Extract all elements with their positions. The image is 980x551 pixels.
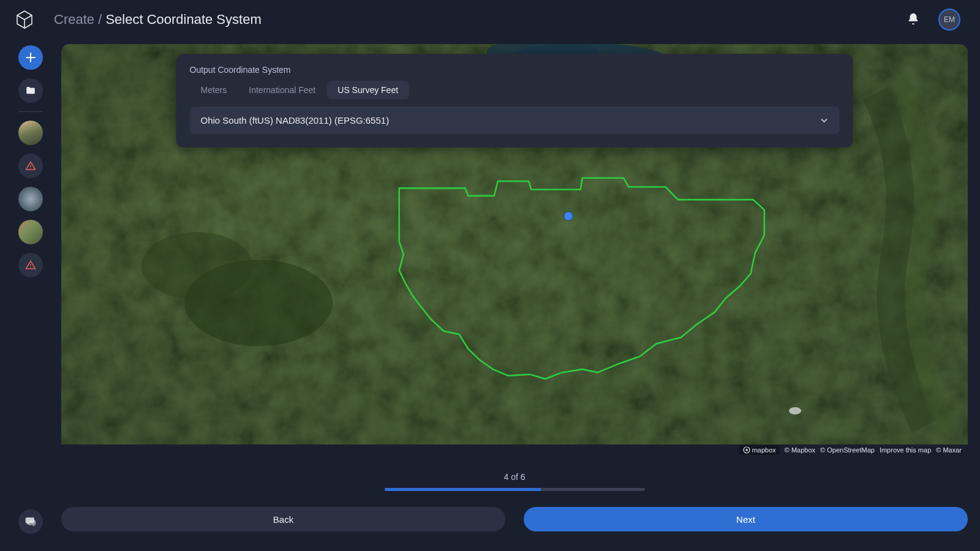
- map-canvas[interactable]: Output Coordinate System Meters Internat…: [61, 44, 968, 459]
- attr-improve[interactable]: Improve this map: [880, 446, 931, 454]
- project-warning-1[interactable]: [18, 154, 43, 178]
- svg-point-3: [30, 168, 31, 169]
- notifications-bell-icon[interactable]: [907, 12, 921, 27]
- map-attribution: mapbox © Mapbox © OpenStreetMap Improve …: [739, 445, 962, 455]
- select-value: Ohio South (ftUS) NAD83(2011) (EPSG:6551…: [201, 115, 390, 126]
- project-warning-2[interactable]: [18, 253, 43, 277]
- project-thumb-3[interactable]: [18, 220, 43, 244]
- add-button[interactable]: [18, 45, 43, 70]
- chevron-down-icon: [820, 116, 829, 125]
- tab-us-survey-feet[interactable]: US Survey Feet: [326, 81, 409, 99]
- app-logo-icon[interactable]: [12, 7, 37, 32]
- svg-point-5: [30, 267, 31, 268]
- step-indicator: 4 of 6: [503, 472, 525, 482]
- next-button[interactable]: Next: [524, 507, 968, 531]
- sidebar-divider: [18, 111, 43, 112]
- progress-fill: [385, 488, 541, 491]
- attr-osm[interactable]: © OpenStreetMap: [820, 446, 875, 454]
- coordinate-system-select[interactable]: Ohio South (ftUS) NAD83(2011) (EPSG:6551…: [190, 107, 840, 134]
- user-avatar[interactable]: EM: [938, 9, 960, 31]
- avatar-initials: EM: [944, 15, 955, 24]
- chat-button[interactable]: [18, 509, 43, 534]
- page-title: Select Coordinate System: [105, 12, 261, 27]
- coordinate-system-panel: Output Coordinate System Meters Internat…: [176, 54, 853, 148]
- breadcrumb: Create / Select Coordinate System: [54, 12, 262, 28]
- project-thumb-1[interactable]: [18, 121, 43, 145]
- svg-point-15: [745, 449, 748, 451]
- mapbox-logo-icon[interactable]: mapbox: [739, 445, 780, 455]
- attr-maxar[interactable]: © Maxar: [936, 446, 962, 454]
- breadcrumb-prefix: Create /: [54, 12, 105, 27]
- back-button[interactable]: Back: [61, 507, 505, 531]
- attr-mapbox[interactable]: © Mapbox: [785, 446, 815, 454]
- tab-international-feet[interactable]: International Feet: [238, 81, 326, 99]
- sidebar: [0, 39, 61, 551]
- project-thumb-2[interactable]: [18, 187, 43, 211]
- progress-bar: [385, 488, 645, 491]
- panel-title: Output Coordinate System: [190, 65, 840, 75]
- unit-tabs: Meters International Feet US Survey Feet: [190, 81, 840, 99]
- folder-button[interactable]: [18, 78, 43, 103]
- tab-meters[interactable]: Meters: [190, 81, 238, 99]
